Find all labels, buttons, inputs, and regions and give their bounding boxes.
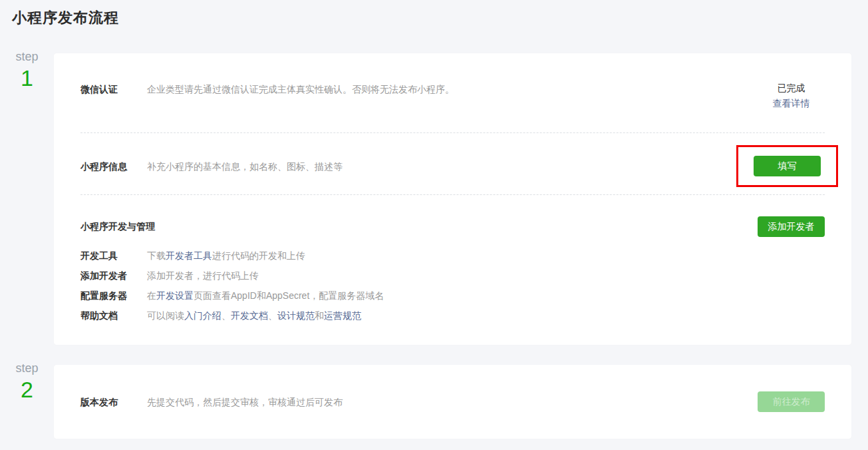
wechat-verify-row: 微信认证 企业类型请先通过微信认证完成主体真实性确认。否则将无法发布小程序。 已… [54, 53, 851, 110]
release-row: 版本发布 先提交代码，然后提交审核，审核通过后可发布 前往发布 [54, 391, 851, 412]
config-server-row: 配置服务器 在开发设置页面查看AppID和AppSecret，配置服务器域名 [54, 286, 851, 306]
highlight-box: 填写 [736, 145, 838, 187]
add-dev-label: 添加开发者 [80, 269, 147, 282]
dev-tool-label: 开发工具 [80, 249, 147, 262]
help-doc-desc: 可以阅读入门介绍、开发文档、设计规范和运营规范 [147, 309, 825, 322]
dev-docs-link[interactable]: 开发文档 [231, 310, 268, 321]
dashed-divider [80, 194, 825, 195]
mp-info-desc: 补充小程序的基本信息，如名称、图标、描述等 [147, 160, 736, 173]
page-title: 小程序发布流程 [12, 8, 868, 28]
step1-card: 微信认证 企业类型请先通过微信认证完成主体真实性确认。否则将无法发布小程序。 已… [54, 53, 851, 345]
dev-manage-header: 小程序开发与管理 [80, 221, 155, 233]
config-server-desc: 在开发设置页面查看AppID和AppSecret，配置服务器域名 [147, 289, 825, 302]
help-doc-label: 帮助文档 [80, 309, 147, 322]
help-doc-desc-seg: 可以阅读 [147, 310, 184, 321]
add-developer-button[interactable]: 添加开发者 [758, 216, 825, 237]
add-dev-row: 添加开发者 添加开发者，进行代码上传 [54, 266, 851, 286]
wechat-verify-label: 微信认证 [80, 83, 147, 110]
design-spec-link[interactable]: 设计规范 [277, 310, 315, 321]
dev-manage-sub-rows: 开发工具 下载开发者工具进行代码的开发和上传 添加开发者 添加开发者，进行代码上… [54, 246, 851, 326]
release-action-area: 前往发布 [758, 391, 825, 412]
step1-number: 1 [0, 65, 54, 91]
intro-guide-link[interactable]: 入门介绍 [184, 310, 221, 321]
wechat-verify-desc: 企业类型请先通过微信认证完成主体真实性确认。否则将无法发布小程序。 [147, 83, 758, 110]
dev-tools-link[interactable]: 开发者工具 [166, 250, 212, 261]
add-dev-desc: 添加开发者，进行代码上传 [147, 269, 825, 282]
go-publish-button[interactable]: 前往发布 [758, 391, 825, 412]
step1-indicator: step 1 [0, 49, 54, 91]
mp-info-label: 小程序信息 [80, 160, 147, 173]
step2-label: step [0, 361, 54, 375]
dev-tool-desc-seg: 进行代码的开发和上传 [212, 250, 305, 261]
step2-block: step 2 版本发布 先提交代码，然后提交审核，审核通过后可发布 前往发布 [0, 365, 868, 439]
step1-label: step [0, 49, 54, 64]
release-label: 版本发布 [80, 395, 147, 409]
dev-manage-action-area: 添加开发者 [758, 216, 825, 237]
status-completed-text: 已完成 [758, 83, 825, 93]
fill-button[interactable]: 填写 [754, 156, 821, 176]
step1-block: step 1 微信认证 企业类型请先通过微信认证完成主体真实性确认。否则将无法发… [0, 53, 868, 345]
dev-tool-desc-seg: 下载 [147, 250, 166, 261]
dev-tool-row: 开发工具 下载开发者工具进行代码的开发和上传 [54, 246, 851, 266]
dev-tool-desc: 下载开发者工具进行代码的开发和上传 [147, 249, 825, 262]
config-server-desc-seg: 页面查看AppID和AppSecret，配置服务器域名 [194, 290, 384, 301]
step2-indicator: step 2 [0, 361, 54, 402]
wechat-verify-status-area: 已完成 查看详情 [758, 83, 825, 110]
dev-settings-link[interactable]: 开发设置 [156, 290, 194, 301]
operation-spec-link[interactable]: 运营规范 [324, 310, 361, 321]
help-doc-desc-seg: 、 [268, 310, 277, 321]
step2-number: 2 [0, 377, 54, 402]
config-server-label: 配置服务器 [80, 289, 147, 302]
release-desc: 先提交代码，然后提交审核，审核通过后可发布 [147, 395, 758, 409]
view-details-link[interactable]: 查看详情 [773, 98, 810, 110]
config-server-desc-seg: 在 [147, 290, 156, 301]
help-doc-desc-seg: 和 [315, 310, 324, 321]
mp-info-row: 小程序信息 补充小程序的基本信息，如名称、图标、描述等 填写 [54, 133, 851, 194]
help-doc-row: 帮助文档 可以阅读入门介绍、开发文档、设计规范和运营规范 [54, 306, 851, 326]
help-doc-desc-seg: 、 [221, 310, 231, 321]
step2-card: 版本发布 先提交代码，然后提交审核，审核通过后可发布 前往发布 [54, 365, 851, 439]
dev-manage-header-row: 小程序开发与管理 添加开发者 [54, 216, 851, 237]
